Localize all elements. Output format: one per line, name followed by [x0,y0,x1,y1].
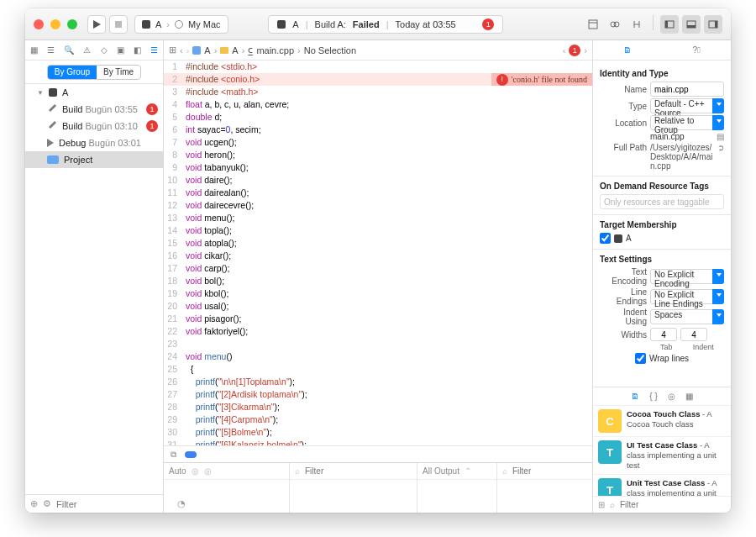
report-item[interactable]: Build Bugün 03:101 [25,118,163,134]
code-line[interactable]: 3#include <math.h> [164,86,592,98]
code-line[interactable]: 20void usal(); [164,300,592,313]
project-navigator-tab[interactable]: ▦ [30,45,38,55]
lib-code-snippets-tab[interactable]: { } [649,392,657,401]
report-item[interactable]: Debug Bugün 03:01 [25,134,163,151]
code-line[interactable]: 12void dairecevre(); [164,199,592,212]
editor-standard-button[interactable] [584,15,602,34]
report-navigator-tab[interactable]: ☰ [150,45,158,55]
reveal-in-finder-icon[interactable]: ➲ [717,143,724,152]
debug-navigator-tab[interactable]: ▣ [117,45,124,55]
issue-navigator-tab[interactable]: ⚠ [83,45,91,55]
breakpoint-navigator-tab[interactable]: ◧ [134,45,141,55]
type-select[interactable]: Default - C++ Source [650,98,724,113]
file-inspector-tab[interactable]: 🗎 [623,45,632,55]
code-line[interactable]: 21void pisagor(); [164,313,592,325]
code-line[interactable]: 17void carp(); [164,262,592,275]
breakpoint-gutter-icon[interactable]: ⧉ [171,450,176,460]
jumpbar-next-issue[interactable]: › [584,45,587,55]
jump-forward-button[interactable]: › [186,45,190,55]
code-line[interactable]: 16void cikar(); [164,250,592,262]
choose-file-icon[interactable]: ▤ [717,132,724,141]
report-project[interactable]: Project [25,151,163,168]
code-line[interactable]: 22void faktoriyel(); [164,325,592,338]
jump-crumb-group[interactable]: A [220,45,238,55]
lib-objects-tab[interactable]: ◎ [668,392,675,401]
test-navigator-tab[interactable]: ◇ [101,45,108,55]
jump-crumb-file[interactable]: c̲main.cpp [248,45,294,55]
lib-view-icon[interactable]: ⊞ [598,500,605,509]
seg-by-time[interactable]: By Time [97,66,140,79]
navigator-filter-input[interactable] [56,499,172,509]
code-line[interactable]: 19void kbol(); [164,287,592,300]
code-line[interactable]: 8void heron(); [164,149,592,161]
code-line[interactable]: 10void daire(); [164,174,592,187]
source-editor[interactable]: 1#include <stdio.h>2#include <conio.h>!'… [164,61,592,445]
code-line[interactable]: 31 printf("[6]Kalansiz bolme\n"); [164,439,592,445]
target-checkbox[interactable] [600,233,611,244]
jump-back-button[interactable]: ‹ [180,45,183,55]
status-error-badge[interactable]: 1 [482,18,494,30]
editor-assistant-button[interactable] [606,15,624,34]
inline-error[interactable]: !'conio.h' file not found [491,73,592,86]
tab-width-field[interactable] [650,328,677,341]
code-line[interactable]: 11void dairealan(); [164,187,592,199]
code-line[interactable]: 29 printf("[4]Carpma\n"); [164,413,592,426]
code-line[interactable]: 24void menu() [164,350,592,363]
toggle-navigator-button[interactable] [660,15,679,34]
toggle-inspector-button[interactable] [704,15,722,34]
indent-width-field[interactable] [680,328,707,341]
code-line[interactable]: 15void atopla(); [164,237,592,250]
code-line[interactable]: 4float a, b, c, u, alan, cevre; [164,98,592,111]
filter-add-icon[interactable]: ⊕ [30,498,38,509]
error-badge[interactable]: 1 [146,103,158,115]
wrap-lines-checkbox[interactable] [635,353,646,364]
variables-filter-input[interactable] [305,466,412,476]
report-root[interactable]: ▼ A [25,84,163,101]
location-select[interactable]: Relative to Group [650,115,724,130]
library-item[interactable]: CCocoa Touch Class - A Cocoa Touch class [593,406,731,437]
code-line[interactable]: 6int sayac=0, secim; [164,124,592,136]
jumpbar-error-badge[interactable]: 1 [569,45,580,56]
code-line[interactable]: 9void tabanyuk(); [164,161,592,174]
report-grouping-segment[interactable]: By Group By Time [47,65,141,80]
code-line[interactable]: 13void menu(); [164,212,592,224]
filter-gear-icon[interactable]: ⚙ [43,498,51,509]
minimize-window-button[interactable] [50,19,60,29]
zoom-window-button[interactable] [67,19,77,29]
seg-by-group[interactable]: By Group [48,66,97,79]
find-navigator-tab[interactable]: 🔍 [64,45,74,55]
encoding-select[interactable]: No Explicit Encoding [650,269,724,284]
related-items-icon[interactable]: ⊞ [169,45,176,55]
report-item[interactable]: Build Bugün 03:551 [25,101,163,118]
code-line[interactable]: 27 printf("[2]Ardisik toplama\n"); [164,388,592,401]
code-line[interactable]: 25 { [164,363,592,376]
library-item[interactable]: TUnit Test Case Class - A class implemen… [593,475,731,496]
code-line[interactable]: 30 printf("[5]Bolme\n"); [164,426,592,439]
lib-file-templates-tab[interactable]: 🗎 [631,392,639,401]
symbol-navigator-tab[interactable]: ☰ [47,45,55,55]
name-field[interactable] [650,82,724,97]
code-line[interactable]: 5double d; [164,111,592,124]
indent-using-select[interactable]: Spaces [650,309,724,324]
line-endings-select[interactable]: No Explicit Line Endings [650,289,724,304]
library-filter-input[interactable] [620,500,727,509]
breakpoint-indicator-icon[interactable] [185,451,197,458]
jump-crumb-symbol[interactable]: No Selection [304,45,356,55]
error-badge[interactable]: 1 [146,120,158,132]
scheme-selector[interactable]: A › My Mac [134,15,228,34]
code-line[interactable]: 1#include <stdio.h> [164,61,592,73]
code-line[interactable]: 28 printf("[3]Cikarma\n"); [164,401,592,413]
run-button[interactable] [87,15,106,34]
console-filter-input[interactable] [512,466,592,476]
code-line[interactable]: 14void topla(); [164,224,592,237]
jumpbar-prev-issue[interactable]: ‹ [563,45,566,55]
jump-crumb-project[interactable]: A [192,45,210,55]
close-window-button[interactable] [34,19,44,29]
lib-media-tab[interactable]: ▦ [685,392,693,401]
variables-auto-label[interactable]: Auto [169,466,186,476]
disclosure-triangle-icon[interactable]: ▼ [37,89,44,97]
editor-version-button[interactable] [627,15,646,34]
code-line[interactable]: 26 printf("\n\n[1]Toplama\n"); [164,376,592,388]
stop-button[interactable] [109,15,128,34]
code-line[interactable]: 7void ucgen(); [164,136,592,149]
